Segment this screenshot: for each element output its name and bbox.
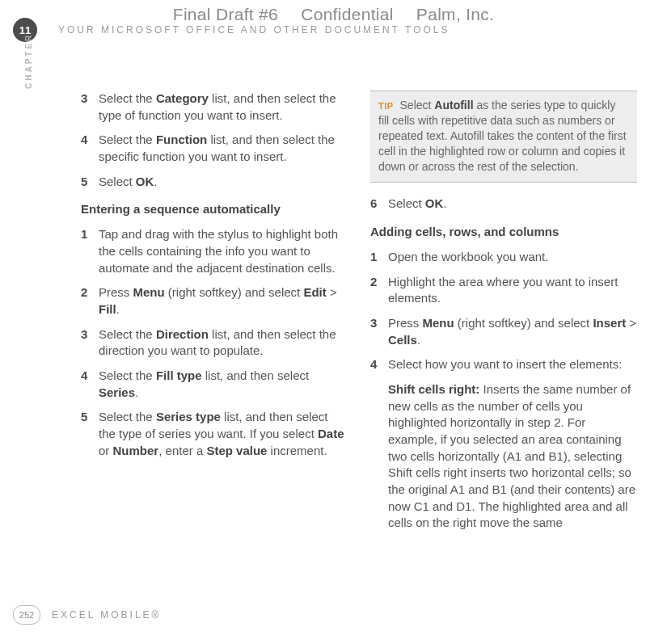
- step-text: Press Menu (right softkey) and select Ed…: [99, 284, 348, 318]
- numbered-step: 3Select the Category list, and then sele…: [81, 90, 348, 124]
- numbered-step: 4Select the Function list, and then sele…: [81, 132, 348, 165]
- step-number: 6: [370, 196, 388, 213]
- page-number: 252: [19, 610, 34, 620]
- step-text: Select the Category list, and then selec…: [99, 90, 348, 124]
- tip-text: Select Autofill as the series type to qu…: [378, 99, 627, 173]
- watermark-c: Palm, Inc.: [416, 5, 494, 23]
- sub-option: Shift cells right: Inserts the same numb…: [388, 381, 637, 532]
- numbered-step: 2Highlight the area where you want to in…: [370, 274, 637, 307]
- chapter-side-label: CHAPTER: [24, 33, 33, 89]
- numbered-step: 3Press Menu (right softkey) and select I…: [370, 315, 637, 348]
- numbered-step: 3Select the Direction list, and then sel…: [81, 326, 348, 360]
- tip-label: TIP: [378, 101, 394, 111]
- step-number: 3: [370, 315, 388, 348]
- step-number: 3: [81, 90, 99, 124]
- step-text: Press Menu (right softkey) and select In…: [388, 315, 637, 348]
- step-text: Select the Series type list, and then se…: [99, 409, 348, 459]
- page-number-badge: 252: [13, 605, 40, 625]
- numbered-step: 5Select OK.: [81, 174, 348, 191]
- step-text: Select OK.: [388, 196, 637, 213]
- step-text: Select the Direction list, and then sele…: [99, 326, 348, 360]
- numbered-step: 5Select the Series type list, and then s…: [81, 409, 348, 459]
- step-text: Highlight the area where you want to ins…: [388, 274, 637, 307]
- step-number: 5: [81, 409, 99, 459]
- step-number: 4: [81, 132, 99, 165]
- step-number: 1: [81, 226, 99, 276]
- sub-option-title: Shift cells right:: [388, 382, 479, 396]
- numbered-step: 4Select the Fill type list, and then sel…: [81, 368, 348, 401]
- footer-label: EXCEL MOBILE®: [52, 609, 161, 621]
- tip-box: TIP Select Autofill as the series type t…: [370, 90, 637, 183]
- step-number: 4: [81, 368, 99, 401]
- numbered-step: 1Open the workbook you want.: [370, 249, 637, 266]
- step-number: 4: [370, 356, 388, 373]
- step-text: Select OK.: [99, 174, 348, 191]
- watermark-b: Confidential: [301, 5, 394, 23]
- step-text: Select the Fill type list, and then sele…: [99, 368, 348, 401]
- body-columns: 3Select the Category list, and then sele…: [81, 90, 639, 532]
- step-text: Select the Function list, and then selec…: [99, 132, 348, 165]
- section-heading: Entering a sequence automatically: [81, 201, 348, 218]
- step-number: 1: [370, 249, 388, 266]
- numbered-step: 4Select how you want to insert the eleme…: [370, 356, 637, 373]
- step-text: Select how you want to insert the elemen…: [388, 356, 637, 373]
- step-text: Tap and drag with the stylus to highligh…: [99, 226, 348, 276]
- sub-option-body: Inserts the same number of new cells as …: [388, 382, 635, 530]
- step-number: 5: [81, 174, 99, 191]
- watermark: Final Draft #6 Confidential Palm, Inc.: [0, 5, 667, 24]
- numbered-step: 2Press Menu (right softkey) and select E…: [81, 284, 348, 318]
- watermark-a: Final Draft #6: [173, 5, 278, 23]
- numbered-step: 6Select OK.: [370, 196, 637, 213]
- footer: 252 EXCEL MOBILE®: [13, 605, 161, 625]
- section-heading: Adding cells, rows, and columns: [370, 224, 637, 241]
- step-text: Open the workbook you want.: [388, 249, 637, 266]
- right-column: TIP Select Autofill as the series type t…: [370, 90, 637, 532]
- left-column: 3Select the Category list, and then sele…: [81, 90, 348, 532]
- chapter-header-label: YOUR MICROSOFT OFFICE AND OTHER DOCUMENT…: [58, 24, 450, 36]
- step-number: 3: [81, 326, 99, 360]
- step-number: 2: [81, 284, 99, 318]
- step-number: 2: [370, 274, 388, 307]
- numbered-step: 1Tap and drag with the stylus to highlig…: [81, 226, 348, 276]
